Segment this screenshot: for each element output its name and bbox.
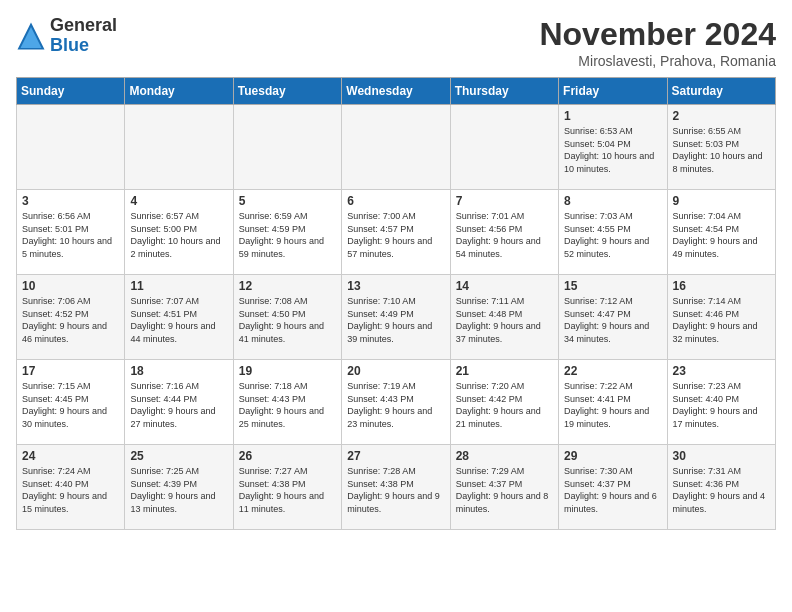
week-row-1: 1Sunrise: 6:53 AM Sunset: 5:04 PM Daylig…: [17, 105, 776, 190]
day-cell: 25Sunrise: 7:25 AM Sunset: 4:39 PM Dayli…: [125, 445, 233, 530]
page-header: General Blue November 2024 Miroslavesti,…: [16, 16, 776, 69]
day-info: Sunrise: 7:08 AM Sunset: 4:50 PM Dayligh…: [239, 295, 336, 345]
day-info: Sunrise: 6:56 AM Sunset: 5:01 PM Dayligh…: [22, 210, 119, 260]
logo-blue: Blue: [50, 35, 89, 55]
day-cell: 30Sunrise: 7:31 AM Sunset: 4:36 PM Dayli…: [667, 445, 775, 530]
day-info: Sunrise: 7:07 AM Sunset: 4:51 PM Dayligh…: [130, 295, 227, 345]
day-cell: 12Sunrise: 7:08 AM Sunset: 4:50 PM Dayli…: [233, 275, 341, 360]
day-info: Sunrise: 7:18 AM Sunset: 4:43 PM Dayligh…: [239, 380, 336, 430]
day-cell: 20Sunrise: 7:19 AM Sunset: 4:43 PM Dayli…: [342, 360, 450, 445]
day-cell: [233, 105, 341, 190]
day-cell: 18Sunrise: 7:16 AM Sunset: 4:44 PM Dayli…: [125, 360, 233, 445]
day-number: 2: [673, 109, 770, 123]
day-info: Sunrise: 7:15 AM Sunset: 4:45 PM Dayligh…: [22, 380, 119, 430]
day-cell: [17, 105, 125, 190]
day-number: 28: [456, 449, 553, 463]
day-number: 4: [130, 194, 227, 208]
day-number: 22: [564, 364, 661, 378]
day-number: 30: [673, 449, 770, 463]
weekday-header-row: SundayMondayTuesdayWednesdayThursdayFrid…: [17, 78, 776, 105]
day-cell: 3Sunrise: 6:56 AM Sunset: 5:01 PM Daylig…: [17, 190, 125, 275]
day-number: 1: [564, 109, 661, 123]
weekday-header-friday: Friday: [559, 78, 667, 105]
logo: General Blue: [16, 16, 117, 56]
day-cell: 14Sunrise: 7:11 AM Sunset: 4:48 PM Dayli…: [450, 275, 558, 360]
day-cell: 17Sunrise: 7:15 AM Sunset: 4:45 PM Dayli…: [17, 360, 125, 445]
day-number: 8: [564, 194, 661, 208]
day-number: 24: [22, 449, 119, 463]
day-cell: 2Sunrise: 6:55 AM Sunset: 5:03 PM Daylig…: [667, 105, 775, 190]
day-cell: 15Sunrise: 7:12 AM Sunset: 4:47 PM Dayli…: [559, 275, 667, 360]
day-number: 9: [673, 194, 770, 208]
day-info: Sunrise: 7:20 AM Sunset: 4:42 PM Dayligh…: [456, 380, 553, 430]
day-number: 17: [22, 364, 119, 378]
day-info: Sunrise: 7:06 AM Sunset: 4:52 PM Dayligh…: [22, 295, 119, 345]
day-info: Sunrise: 7:29 AM Sunset: 4:37 PM Dayligh…: [456, 465, 553, 515]
day-number: 7: [456, 194, 553, 208]
day-info: Sunrise: 7:16 AM Sunset: 4:44 PM Dayligh…: [130, 380, 227, 430]
day-number: 11: [130, 279, 227, 293]
logo-text: General Blue: [50, 16, 117, 56]
day-number: 13: [347, 279, 444, 293]
day-info: Sunrise: 7:12 AM Sunset: 4:47 PM Dayligh…: [564, 295, 661, 345]
day-cell: 4Sunrise: 6:57 AM Sunset: 5:00 PM Daylig…: [125, 190, 233, 275]
day-cell: 9Sunrise: 7:04 AM Sunset: 4:54 PM Daylig…: [667, 190, 775, 275]
day-info: Sunrise: 7:31 AM Sunset: 4:36 PM Dayligh…: [673, 465, 770, 515]
week-row-5: 24Sunrise: 7:24 AM Sunset: 4:40 PM Dayli…: [17, 445, 776, 530]
day-cell: 29Sunrise: 7:30 AM Sunset: 4:37 PM Dayli…: [559, 445, 667, 530]
day-cell: 24Sunrise: 7:24 AM Sunset: 4:40 PM Dayli…: [17, 445, 125, 530]
day-number: 12: [239, 279, 336, 293]
day-number: 27: [347, 449, 444, 463]
day-info: Sunrise: 7:23 AM Sunset: 4:40 PM Dayligh…: [673, 380, 770, 430]
day-info: Sunrise: 7:10 AM Sunset: 4:49 PM Dayligh…: [347, 295, 444, 345]
day-number: 23: [673, 364, 770, 378]
day-cell: 8Sunrise: 7:03 AM Sunset: 4:55 PM Daylig…: [559, 190, 667, 275]
day-info: Sunrise: 7:30 AM Sunset: 4:37 PM Dayligh…: [564, 465, 661, 515]
location: Miroslavesti, Prahova, Romania: [539, 53, 776, 69]
week-row-3: 10Sunrise: 7:06 AM Sunset: 4:52 PM Dayli…: [17, 275, 776, 360]
day-info: Sunrise: 7:25 AM Sunset: 4:39 PM Dayligh…: [130, 465, 227, 515]
day-number: 14: [456, 279, 553, 293]
day-info: Sunrise: 7:00 AM Sunset: 4:57 PM Dayligh…: [347, 210, 444, 260]
day-info: Sunrise: 6:59 AM Sunset: 4:59 PM Dayligh…: [239, 210, 336, 260]
day-number: 16: [673, 279, 770, 293]
day-cell: 21Sunrise: 7:20 AM Sunset: 4:42 PM Dayli…: [450, 360, 558, 445]
day-cell: [125, 105, 233, 190]
day-info: Sunrise: 6:55 AM Sunset: 5:03 PM Dayligh…: [673, 125, 770, 175]
day-info: Sunrise: 7:01 AM Sunset: 4:56 PM Dayligh…: [456, 210, 553, 260]
day-info: Sunrise: 7:03 AM Sunset: 4:55 PM Dayligh…: [564, 210, 661, 260]
day-cell: 11Sunrise: 7:07 AM Sunset: 4:51 PM Dayli…: [125, 275, 233, 360]
day-cell: 5Sunrise: 6:59 AM Sunset: 4:59 PM Daylig…: [233, 190, 341, 275]
day-number: 21: [456, 364, 553, 378]
weekday-header-wednesday: Wednesday: [342, 78, 450, 105]
day-info: Sunrise: 7:04 AM Sunset: 4:54 PM Dayligh…: [673, 210, 770, 260]
day-cell: 1Sunrise: 6:53 AM Sunset: 5:04 PM Daylig…: [559, 105, 667, 190]
day-cell: [342, 105, 450, 190]
day-cell: 16Sunrise: 7:14 AM Sunset: 4:46 PM Dayli…: [667, 275, 775, 360]
day-number: 10: [22, 279, 119, 293]
month-title: November 2024: [539, 16, 776, 53]
day-number: 18: [130, 364, 227, 378]
day-cell: 19Sunrise: 7:18 AM Sunset: 4:43 PM Dayli…: [233, 360, 341, 445]
calendar-table: SundayMondayTuesdayWednesdayThursdayFrid…: [16, 77, 776, 530]
day-cell: 28Sunrise: 7:29 AM Sunset: 4:37 PM Dayli…: [450, 445, 558, 530]
day-info: Sunrise: 7:14 AM Sunset: 4:46 PM Dayligh…: [673, 295, 770, 345]
day-number: 15: [564, 279, 661, 293]
day-cell: 10Sunrise: 7:06 AM Sunset: 4:52 PM Dayli…: [17, 275, 125, 360]
day-info: Sunrise: 7:22 AM Sunset: 4:41 PM Dayligh…: [564, 380, 661, 430]
day-info: Sunrise: 7:19 AM Sunset: 4:43 PM Dayligh…: [347, 380, 444, 430]
day-cell: 7Sunrise: 7:01 AM Sunset: 4:56 PM Daylig…: [450, 190, 558, 275]
weekday-header-monday: Monday: [125, 78, 233, 105]
day-cell: 13Sunrise: 7:10 AM Sunset: 4:49 PM Dayli…: [342, 275, 450, 360]
day-info: Sunrise: 6:53 AM Sunset: 5:04 PM Dayligh…: [564, 125, 661, 175]
logo-general: General: [50, 15, 117, 35]
day-cell: 6Sunrise: 7:00 AM Sunset: 4:57 PM Daylig…: [342, 190, 450, 275]
logo-icon: [16, 21, 46, 51]
day-cell: 27Sunrise: 7:28 AM Sunset: 4:38 PM Dayli…: [342, 445, 450, 530]
weekday-header-thursday: Thursday: [450, 78, 558, 105]
day-number: 6: [347, 194, 444, 208]
day-number: 5: [239, 194, 336, 208]
day-info: Sunrise: 7:24 AM Sunset: 4:40 PM Dayligh…: [22, 465, 119, 515]
day-info: Sunrise: 7:28 AM Sunset: 4:38 PM Dayligh…: [347, 465, 444, 515]
day-info: Sunrise: 6:57 AM Sunset: 5:00 PM Dayligh…: [130, 210, 227, 260]
